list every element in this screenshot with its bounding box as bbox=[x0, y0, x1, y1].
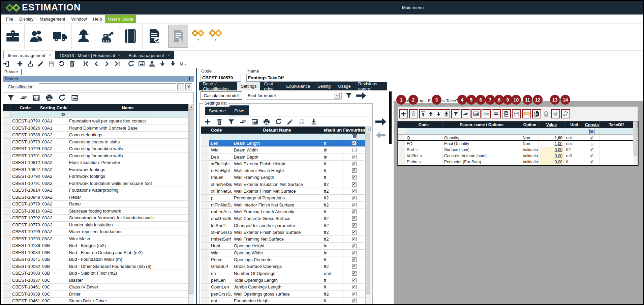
row-selector[interactable] bbox=[201, 202, 209, 208]
table-row[interactable]: CBEST-108267 03A1 Round Column with Conc… bbox=[3, 125, 188, 132]
checkbox-icon[interactable] bbox=[352, 271, 357, 276]
filter-cell[interactable] bbox=[564, 128, 584, 134]
scroll-up-icon[interactable]: ▲ bbox=[189, 104, 194, 110]
row-selector[interactable] bbox=[3, 111, 10, 117]
transfer-right-arrow-icon[interactable] bbox=[374, 117, 387, 127]
checkbox-icon[interactable] bbox=[352, 230, 357, 234]
formula-button[interactable]: f≖ bbox=[482, 109, 491, 118]
table-row[interactable]: rmNetSurf Wall Framing Net Surface ft2 bbox=[201, 236, 365, 243]
row-selector[interactable] bbox=[398, 135, 405, 140]
save-icon[interactable] bbox=[48, 60, 55, 67]
row-selector[interactable] bbox=[201, 222, 209, 229]
sorting-code-column-header[interactable]: Sorting Code bbox=[40, 104, 67, 111]
row-selector[interactable] bbox=[3, 298, 10, 304]
model-filter-icon[interactable] bbox=[345, 91, 353, 100]
checkbox-icon[interactable] bbox=[352, 223, 357, 228]
cell-favourite[interactable] bbox=[343, 188, 365, 194]
cell-value[interactable]: 1,00 bbox=[539, 141, 564, 147]
table-row[interactable]: CBEST-103381 03C Driller bbox=[3, 291, 188, 298]
cell-constant[interactable] bbox=[584, 147, 600, 153]
scrollbar-thumb[interactable] bbox=[366, 133, 370, 294]
billing-button-pressed[interactable] bbox=[168, 25, 188, 48]
table-row[interactable]: CBEST-107992 03A2 Concreting foundation … bbox=[3, 145, 188, 152]
menu-help[interactable]: Help bbox=[90, 15, 105, 23]
tab-revisions-control[interactable]: Revisions control bbox=[355, 82, 387, 90]
chart-button[interactable] bbox=[471, 109, 481, 118]
name-column-header[interactable]: Name bbox=[67, 104, 188, 111]
table-row[interactable]: letSurfT Changed for another parameter f… bbox=[201, 222, 365, 229]
cell-takeoff[interactable] bbox=[600, 135, 634, 140]
row-selector[interactable] bbox=[3, 215, 10, 221]
tab-cost-price[interactable]: Cost price bbox=[260, 82, 282, 90]
menu-management[interactable]: Management bbox=[37, 15, 68, 23]
table-row[interactable]: CBEST-107908 03A1 Foundation wall per sq… bbox=[3, 118, 188, 125]
row-selector[interactable] bbox=[3, 152, 10, 159]
row-selector[interactable] bbox=[201, 236, 209, 242]
add-button[interactable] bbox=[399, 109, 408, 118]
table-row[interactable]: Wid Opening Width in bbox=[201, 250, 365, 256]
table-row[interactable]: GrssSurf Gross Surface Openings ft2 bbox=[201, 263, 365, 270]
cell-favourite[interactable] bbox=[343, 270, 365, 277]
pin-icon[interactable] bbox=[187, 77, 192, 81]
table-row[interactable]: xtInsNetSurf Wall Exterior Insulation Ne… bbox=[201, 181, 365, 188]
edit-icon[interactable] bbox=[286, 118, 294, 126]
row-selector[interactable] bbox=[3, 125, 10, 132]
apply-model-arrow-icon[interactable] bbox=[356, 91, 367, 100]
row-selector[interactable] bbox=[3, 173, 10, 180]
cell-favourite[interactable] bbox=[343, 236, 365, 242]
table-row[interactable]: CBEST-107884 03A2 Concretefootings bbox=[3, 132, 188, 139]
rename-button[interactable] bbox=[561, 109, 570, 118]
row-selector[interactable] bbox=[3, 222, 10, 228]
cell-takeoff[interactable] bbox=[600, 147, 634, 153]
checkbox-icon[interactable] bbox=[590, 136, 594, 140]
row-selector[interactable] bbox=[3, 187, 10, 194]
private-tab[interactable]: Private bbox=[4, 69, 22, 75]
image-icon[interactable] bbox=[138, 60, 145, 67]
menu-window[interactable]: Window bbox=[68, 15, 90, 23]
edit-icon[interactable] bbox=[37, 60, 44, 67]
table-row[interactable]: VolBet-s Concrete Volume (sum) Validatio… bbox=[398, 153, 638, 159]
row-selector[interactable] bbox=[3, 145, 10, 152]
refresh-icon[interactable] bbox=[275, 118, 282, 126]
table-row[interactable]: rmLenAss Wall Framing Length Assembly ft bbox=[201, 209, 365, 215]
table-row[interactable]: CBEST-107797 03A2 Concreting concrete sl… bbox=[3, 139, 188, 146]
filter-cell[interactable] bbox=[209, 134, 322, 140]
delete-icon[interactable] bbox=[68, 60, 76, 67]
scroll-up-icon[interactable]: ▲ bbox=[366, 127, 371, 132]
default-name-column-header[interactable]: Default Name bbox=[232, 127, 322, 134]
row-selector[interactable] bbox=[201, 195, 209, 201]
cell-value[interactable]: 0,00 bbox=[539, 147, 564, 153]
cell-value[interactable]: 0,00 bbox=[539, 153, 564, 159]
table-row[interactable]: CBEST-107794 03A2 Uunder slab Insulation bbox=[3, 222, 188, 229]
row-selector[interactable] bbox=[201, 181, 209, 188]
value-column-header[interactable]: Value bbox=[539, 121, 564, 128]
table-row[interactable]: xtFinNetSurf Wall Exterior Finish Net Su… bbox=[201, 188, 365, 195]
tab-settings[interactable]: Settings bbox=[237, 82, 260, 90]
filter-cell[interactable] bbox=[322, 134, 343, 140]
row-selector[interactable] bbox=[398, 159, 405, 165]
row-selector[interactable] bbox=[3, 228, 10, 235]
table-row[interactable]: CBEST-101364 03B Bud - Bridges (m2) bbox=[3, 242, 188, 249]
undo-icon[interactable] bbox=[58, 60, 65, 67]
items-table-scrollbar[interactable]: ▲ bbox=[188, 104, 194, 305]
row-selector[interactable] bbox=[3, 284, 10, 290]
row-selector[interactable] bbox=[201, 140, 209, 146]
row-selector[interactable] bbox=[201, 188, 209, 194]
takeoff-column-header[interactable]: TakeOff bbox=[600, 121, 634, 128]
default-unit-column-header[interactable]: efault un bbox=[322, 127, 343, 134]
table-row[interactable]: oncGrssSurf Wall Concrete Gross Surface … bbox=[201, 215, 365, 222]
worker-button[interactable] bbox=[72, 24, 95, 49]
tab-usage[interactable]: Usage bbox=[334, 82, 355, 90]
filter-cell[interactable] bbox=[405, 128, 539, 134]
download-icon[interactable] bbox=[310, 118, 317, 126]
toolbox-button[interactable] bbox=[1, 24, 25, 49]
row-selector[interactable] bbox=[3, 201, 10, 207]
image-icon[interactable] bbox=[71, 94, 79, 102]
tab-model-residential[interactable]: 108513 : Model | Residential× bbox=[55, 51, 125, 59]
table-row[interactable]: Wid Beam Width in bbox=[201, 147, 365, 154]
row-selector[interactable] bbox=[201, 284, 209, 290]
row-selector[interactable] bbox=[3, 291, 10, 298]
code-column-header[interactable]: Code bbox=[10, 104, 40, 111]
add-icon[interactable] bbox=[204, 118, 211, 126]
row-selector[interactable] bbox=[3, 194, 10, 201]
